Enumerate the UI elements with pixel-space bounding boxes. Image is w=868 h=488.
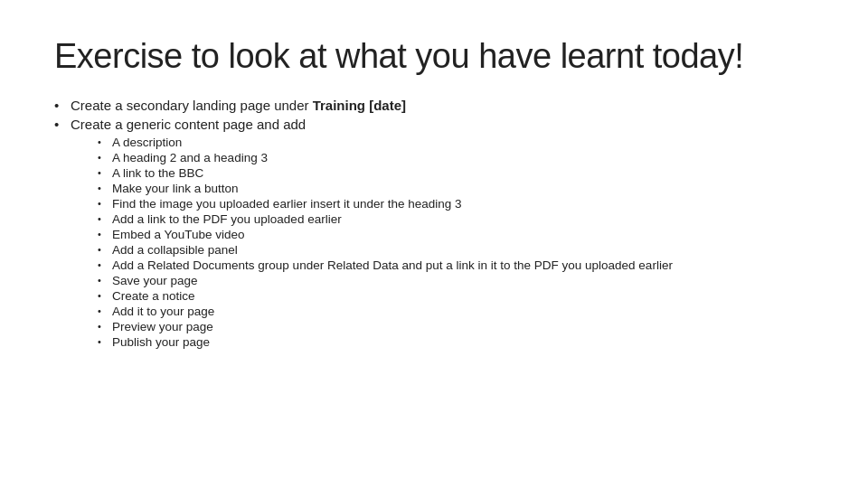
main-bullet-1-text: Create a secondary landing page under Tr… [71,98,406,113]
sub-bullet-list: A description A heading 2 and a heading … [98,136,814,349]
main-bullet-2-text: Create a generic content page and add [71,117,306,132]
sub-bullet-1: A description [98,136,814,149]
sub-bullet-10: Save your page [98,274,814,287]
sub-bullet-11: Create a notice [98,289,814,303]
sub-bullet-3: A link to the BBC [98,166,814,180]
sub-bullet-6: Add a link to the PDF you uploaded earli… [98,212,814,226]
sub-bullet-13: Preview your page [98,320,814,333]
sub-bullet-8: Add a collapsible panel [98,243,814,257]
main-bullet-list: Create a secondary landing page under Tr… [54,98,814,349]
sub-bullet-9: Add a Related Documents group under Rela… [98,258,814,272]
sub-bullet-4: Make your link a button [98,182,814,195]
main-bullet-2: Create a generic content page and add A … [54,117,814,349]
slide-title: Exercise to look at what you have learnt… [54,36,814,78]
sub-bullet-5: Find the image you uploaded earlier inse… [98,197,814,211]
slide: Exercise to look at what you have learnt… [0,0,868,488]
sub-bullet-2: A heading 2 and a heading 3 [98,151,814,164]
main-bullet-1: Create a secondary landing page under Tr… [54,98,814,113]
main-bullet-1-bold: Training [date] [313,98,406,113]
sub-bullet-7: Embed a YouTube video [98,228,814,241]
sub-bullet-14: Publish your page [98,335,814,349]
sub-bullet-12: Add it to your page [98,305,814,318]
